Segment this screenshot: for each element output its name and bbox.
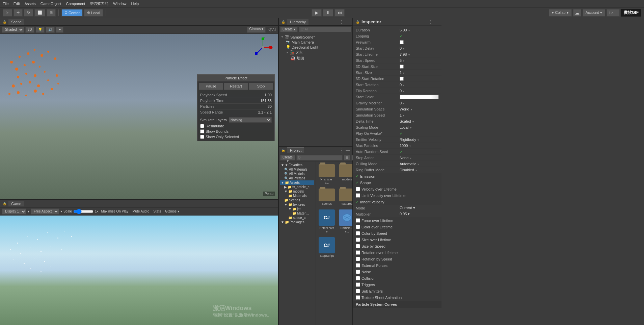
sidebar-space[interactable]: 📁 space_c — [280, 216, 314, 220]
toolbar-local[interactable]: ⊛ Local — [84, 9, 103, 17]
insp-check[interactable]: ✓ — [400, 34, 403, 39]
toolbar-rotate[interactable]: ↻ — [24, 9, 33, 17]
particle-pause-btn[interactable]: Pause — [199, 83, 223, 90]
tree-samplescene[interactable]: ▼ 🎬 SampleScene* — [280, 34, 351, 40]
insp-lock-icon[interactable]: 🔒 — [356, 20, 359, 24]
toolbar-move[interactable]: ✛ — [14, 9, 23, 17]
simulate-select[interactable]: Nothing — [229, 117, 272, 123]
sidebar-jet[interactable]: ▼ 📁 jet — [280, 207, 314, 211]
stats-btn[interactable]: Stats — [152, 209, 162, 213]
insp-section-emission[interactable]: ✓Emission — [353, 173, 441, 179]
lang-button[interactable]: La... — [607, 9, 620, 17]
scene-sound-btn[interactable]: 🔊 — [46, 27, 55, 33]
proj-icon-btn1[interactable]: ⊞ — [344, 155, 350, 160]
sidebar-textures[interactable]: ▼ 📁 textures — [280, 202, 314, 207]
toolbar-center[interactable]: ⊙ Center — [61, 9, 83, 17]
menu-edit[interactable]: Edit — [14, 2, 20, 6]
hier-create-btn[interactable]: Create ▾ — [280, 27, 298, 32]
sidebar-favorites[interactable]: ▼ ★ Favorites — [280, 163, 314, 167]
insp-section-texture-sheet-animation[interactable]: Texture Sheet Animation — [353, 294, 441, 301]
section-checkbox[interactable] — [356, 289, 360, 293]
scale-slider[interactable] — [73, 209, 93, 214]
insp-select-val[interactable]: Scaled ▾ — [400, 119, 439, 123]
account-button[interactable]: Account ▾ — [583, 9, 605, 17]
section-checkbox[interactable] — [356, 257, 360, 261]
insp-section-size-by-speed[interactable]: Size by Speed — [353, 243, 441, 249]
insp-section-rotation-over-lifetime[interactable]: Rotation over Lifetime — [353, 249, 441, 256]
insp-section-inherit-velocity[interactable]: ✓Inherit Velocity — [353, 199, 441, 205]
menu-file[interactable]: File — [3, 2, 9, 6]
maximize-btn[interactable]: Maximize On Play — [100, 209, 130, 213]
step-button[interactable]: ⏭ — [334, 9, 345, 17]
scene-gizmos-btn[interactable]: Gizmos ▾ — [247, 27, 266, 33]
insp-input-val[interactable]: 5 ▾ — [400, 58, 439, 62]
sidebar-scenes[interactable]: 📁 Scenes — [280, 198, 314, 202]
particle-restart-btn[interactable]: Restart — [224, 83, 248, 90]
insp-section-rotation-by-speed[interactable]: Rotation by Speed — [353, 256, 441, 262]
cloud-icon[interactable]: ☁ — [573, 9, 581, 17]
insp-close-icon[interactable]: — — [435, 20, 439, 24]
section-checkbox[interactable] — [356, 250, 360, 255]
section-checkbox[interactable] — [356, 270, 360, 274]
insp-section-velocity-over-lifetime[interactable]: Velocity over Lifetime — [353, 186, 441, 192]
insp-color[interactable] — [400, 95, 439, 99]
insp-input-val[interactable]: 0 ▾ — [400, 101, 439, 105]
scene-light-btn[interactable]: 💡 — [36, 27, 45, 33]
asset-item[interactable]: models — [338, 163, 352, 186]
game-viewport[interactable]: 激活Windows 转到"设置"以激活Windows。 — [0, 216, 278, 325]
insp-input-val[interactable]: 1 ▾ — [400, 113, 439, 117]
insp-select-val[interactable]: Rigidbody ▾ — [400, 138, 439, 142]
menu-assets[interactable]: Assets — [25, 2, 36, 6]
asset-item[interactable]: textures — [338, 187, 352, 207]
section-checkbox[interactable] — [356, 263, 360, 268]
sidebar-materials[interactable]: 📁 Materials — [280, 194, 314, 198]
insp-input-val[interactable]: 0 ▾ — [400, 46, 439, 50]
sidebar-assets[interactable]: ▼ 📁 Assets — [280, 180, 314, 185]
game-gizmos-btn[interactable]: Gizmos ▾ — [164, 209, 181, 213]
project-tab[interactable]: Project — [287, 147, 304, 153]
insp-check[interactable]: ✓ — [400, 131, 403, 136]
insp-section-force-over-lifetime[interactable]: Force over Lifetime — [353, 217, 441, 224]
insp-checkbox[interactable] — [400, 65, 404, 69]
insp-section-limit-velocity-over-lifetime[interactable]: Limit Velocity over Lifetime — [353, 192, 441, 199]
show-only-check[interactable] — [200, 135, 204, 139]
toolbar-scale[interactable]: ⬜ — [34, 9, 45, 17]
section-checkbox[interactable] — [356, 276, 360, 280]
insp-section-color-over-lifetime[interactable]: Color over Lifetime — [353, 224, 441, 230]
proj-menu-icon[interactable]: ⋮ — [340, 148, 344, 153]
insp-select-val[interactable]: World ▾ — [400, 107, 439, 111]
section-checkbox[interactable] — [356, 295, 360, 300]
proj-search[interactable] — [296, 155, 343, 160]
display-select[interactable]: Display 1 — [2, 208, 26, 215]
hier-close-icon[interactable]: — — [346, 20, 350, 24]
insp-input-val[interactable]: 1 ▾ — [400, 71, 439, 75]
menu-gameobject[interactable]: GameObject — [41, 2, 61, 6]
scene-lock-icon[interactable]: 🔒 — [3, 20, 6, 24]
proj-close-icon[interactable]: — — [346, 148, 350, 153]
insp-section-triggers[interactable]: Triggers — [353, 281, 441, 288]
menu-component[interactable]: Component — [66, 2, 85, 6]
sidebar-all-models[interactable]: 🔍 All Models — [280, 172, 314, 176]
insp-select-val[interactable]: Automatic ▾ — [400, 162, 439, 166]
toolbar-hand[interactable]: ☞ — [3, 9, 12, 17]
asset-item[interactable]: fx_article_d... — [317, 163, 336, 186]
collab-button[interactable]: ▾ Collab ▾ — [549, 9, 571, 17]
mute-btn[interactable]: Mute Audio — [131, 209, 151, 213]
game-tab[interactable]: Game — [8, 201, 24, 206]
tree-chimney[interactable]: 🏭 烟囱 — [280, 55, 351, 61]
insp-menu-icon[interactable]: ⋮ — [429, 20, 433, 24]
pause-button[interactable]: ⏸ — [323, 9, 333, 17]
tree-train[interactable]: ▼ 🚂 火车 — [280, 50, 351, 55]
insp-select-val[interactable]: Disabled ▾ — [400, 168, 439, 172]
insp-section-collision[interactable]: Collision — [353, 275, 441, 281]
menu-extra[interactable]: 增强效力能 — [90, 1, 108, 6]
insp-section-size-over-lifetime[interactable]: Size over Lifetime — [353, 236, 441, 243]
play-button[interactable]: ▶ — [312, 9, 322, 17]
insp-section-external-forces[interactable]: External Forces — [353, 262, 441, 269]
toolbar-rect[interactable]: ⊞ — [47, 9, 56, 17]
section-checkbox[interactable] — [356, 282, 360, 287]
insp-checkbox[interactable] — [400, 77, 404, 81]
asset-item[interactable]: Particle Sy... — [338, 208, 352, 234]
scene-shaded-select[interactable]: Shaded — [2, 27, 24, 33]
scene-fx-btn[interactable]: ✦ — [56, 27, 63, 33]
